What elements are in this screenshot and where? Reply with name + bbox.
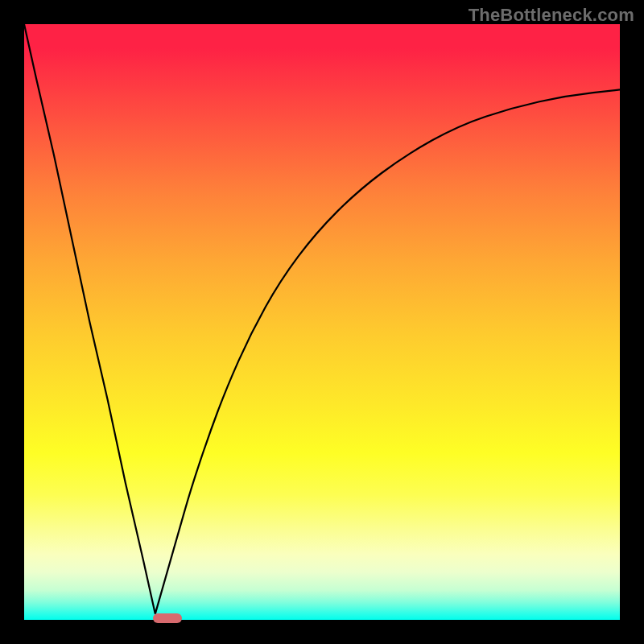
watermark-text: TheBottleneck.com (469, 5, 634, 26)
right-branch-curve (155, 89, 620, 613)
plot-area (24, 24, 620, 620)
min-marker (153, 613, 182, 623)
curve-layer (24, 24, 620, 620)
left-branch-curve (24, 24, 155, 614)
chart-frame: TheBottleneck.com (0, 0, 644, 644)
